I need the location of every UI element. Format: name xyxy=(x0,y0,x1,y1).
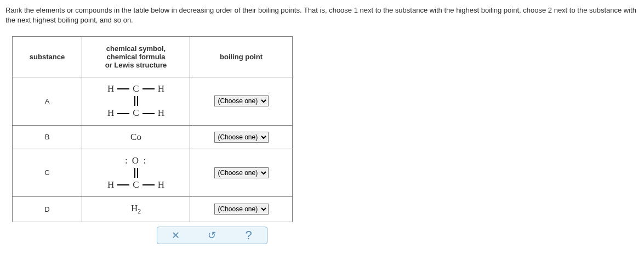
header-substance: substance xyxy=(13,37,82,77)
table-row: D H2 (Choose one) xyxy=(13,196,293,222)
substance-label-C: C xyxy=(13,149,82,196)
table-row: B Co (Choose one) xyxy=(13,125,293,149)
chemical-cell-A: HCH HCH xyxy=(82,77,190,125)
chemical-cell-B: Co xyxy=(82,125,190,149)
help-icon[interactable]: ? xyxy=(241,229,257,241)
boiling-select-B[interactable]: (Choose one) xyxy=(214,132,269,143)
substance-label-D: D xyxy=(13,196,82,222)
boiling-select-A[interactable]: (Choose one) xyxy=(214,95,269,106)
substance-label-B: B xyxy=(13,125,82,149)
boiling-select-C[interactable]: (Choose one) xyxy=(214,167,269,178)
header-chemical: chemical symbol, chemical formula or Lew… xyxy=(82,37,190,77)
action-toolbar: ✕ ↺ ? xyxy=(157,227,267,244)
ranking-table: substance chemical symbol, chemical form… xyxy=(12,36,293,222)
lewis-ethene: HCH HCH xyxy=(107,83,164,119)
chemical-cell-D: H2 xyxy=(82,196,190,222)
lewis-formaldehyde: : O : HCH xyxy=(107,155,164,191)
instructions-text: Rank the elements or compounds in the ta… xyxy=(5,5,639,25)
boiling-select-D[interactable]: (Choose one) xyxy=(214,204,269,215)
header-boiling: boiling point xyxy=(190,37,293,77)
substance-label-A: A xyxy=(13,77,82,125)
table-row: A HCH HCH (Choose one) xyxy=(13,77,293,125)
chemical-cell-C: : O : HCH xyxy=(82,149,190,196)
clear-icon[interactable]: ✕ xyxy=(167,229,184,241)
table-row: C : O : HCH (Choose one) xyxy=(13,149,293,196)
reset-icon[interactable]: ↺ xyxy=(204,229,220,241)
